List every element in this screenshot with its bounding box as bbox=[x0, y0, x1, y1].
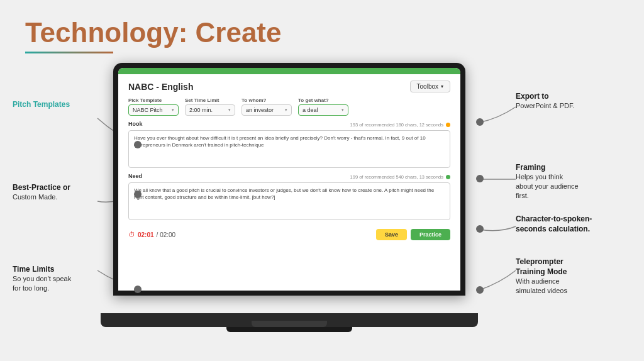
laptop: NABC - English Toolbox Pick Template NAB… bbox=[101, 63, 478, 327]
time-group: Set Time Limit 2:00 min. bbox=[185, 97, 235, 116]
annotation-time-limits: Time Limits So you don't speakfor too lo… bbox=[13, 264, 71, 293]
export-title: Export to bbox=[516, 91, 575, 101]
hook-label: Hook bbox=[128, 121, 143, 127]
dot-framing bbox=[476, 175, 484, 182]
annotation-export: Export to PowerPoint & PDF. bbox=[516, 91, 575, 111]
title-highlight: Create bbox=[196, 17, 282, 48]
best-practice-subtitle: Custom Made. bbox=[13, 193, 58, 201]
dot-best-practice bbox=[134, 191, 142, 198]
goal-label: To get what? bbox=[298, 97, 348, 103]
page-title: Technology: Create bbox=[25, 18, 281, 62]
audience-group: To whom? an investor bbox=[242, 97, 292, 116]
time-select[interactable]: 2:00 min. bbox=[185, 104, 235, 116]
annotation-char-calc: Character-to-spoken-seconds calculation. bbox=[516, 214, 592, 234]
need-meta-text: 199 of recommended 540 chars, 13 seconds bbox=[350, 174, 443, 180]
need-content: We all know that a good pitch is crucial… bbox=[134, 187, 434, 200]
export-subtitle: PowerPoint & PDF. bbox=[516, 102, 575, 109]
dot-char-calc bbox=[476, 225, 484, 233]
teleprompter-subtitle: With audiencesimulated videos bbox=[516, 277, 567, 294]
dot-export bbox=[476, 118, 484, 126]
need-status-dot bbox=[446, 175, 450, 179]
framing-subtitle: Helps you thinkabout your audiencefirst. bbox=[516, 173, 579, 199]
timer-total: / 02:00 bbox=[157, 231, 176, 238]
char-calc-title: Character-to-spoken-seconds calculation. bbox=[516, 214, 592, 234]
hook-status-dot bbox=[446, 123, 450, 127]
framing-title: Framing bbox=[516, 162, 579, 172]
laptop-screen-outer: NABC - English Toolbox Pick Template NAB… bbox=[113, 63, 465, 296]
need-label: Need bbox=[128, 173, 142, 179]
title-static: Technology: bbox=[25, 17, 196, 48]
practice-button[interactable]: Practice bbox=[411, 229, 450, 240]
need-textarea[interactable]: We all know that a good pitch is crucial… bbox=[128, 182, 450, 220]
time-limits-title: Time Limits bbox=[13, 264, 71, 274]
app-content: NABC - English Toolbox Pick Template NAB… bbox=[118, 74, 460, 291]
time-limits-subtitle: So you don't speakfor too long. bbox=[13, 275, 71, 292]
audience-label: To whom? bbox=[242, 97, 292, 103]
clock-icon: ⏱ bbox=[128, 231, 135, 238]
laptop-stand bbox=[226, 327, 352, 332]
laptop-screen-inner: NABC - English Toolbox Pick Template NAB… bbox=[118, 68, 460, 291]
best-practice-title: Best-Practice or bbox=[13, 182, 70, 192]
timer-display: ⏱ 02:01 / 02:00 bbox=[128, 231, 175, 238]
screen-header-bar bbox=[118, 68, 460, 74]
save-button[interactable]: Save bbox=[376, 229, 407, 240]
template-label: Pick Template bbox=[128, 97, 179, 103]
dot-pitch-templates bbox=[134, 141, 142, 148]
template-select[interactable]: NABC Pitch bbox=[128, 104, 179, 116]
hook-meta-row: Hook 193 of recommended 180 chars, 12 se… bbox=[128, 121, 450, 128]
teleprompter-title: TeleprompterTraining Mode bbox=[516, 257, 567, 277]
app-title-row: NABC - English Toolbox bbox=[128, 81, 450, 92]
need-section: Need 199 of recommended 540 chars, 13 se… bbox=[128, 173, 450, 220]
need-meta-row: Need 199 of recommended 540 chars, 13 se… bbox=[128, 173, 450, 181]
hook-meta-text: 193 of recommended 180 chars, 12 seconds bbox=[350, 122, 443, 128]
annotation-best-practice: Best-Practice or Custom Made. bbox=[13, 182, 70, 202]
annotation-framing: Framing Helps you thinkabout your audien… bbox=[516, 162, 579, 201]
timer-row: ⏱ 02:01 / 02:00 Save Practice bbox=[128, 225, 450, 242]
template-group: Pick Template NABC Pitch bbox=[128, 97, 179, 116]
goal-select[interactable]: a deal bbox=[298, 104, 348, 116]
annotation-pitch-templates: Pitch Templates bbox=[13, 99, 70, 109]
timer-current: 02:01 bbox=[138, 231, 154, 238]
laptop-notch bbox=[252, 321, 327, 327]
hook-section: Hook 193 of recommended 180 chars, 12 se… bbox=[128, 121, 450, 168]
title-underline bbox=[25, 52, 113, 53]
action-buttons: Save Practice bbox=[376, 229, 450, 240]
time-label: Set Time Limit bbox=[185, 97, 235, 103]
annotation-teleprompter: TeleprompterTraining Mode With audiences… bbox=[516, 257, 567, 296]
hook-textarea[interactable]: Have you ever thought about how difficul… bbox=[128, 130, 450, 168]
slide: Technology: Create NABC - English Toolbo… bbox=[0, 0, 644, 361]
hook-content: Have you ever thought about how difficul… bbox=[134, 135, 426, 148]
toolbox-button[interactable]: Toolbox bbox=[410, 81, 450, 92]
form-row: Pick Template NABC Pitch Set Time Limit … bbox=[128, 97, 450, 116]
goal-group: To get what? a deal bbox=[298, 97, 348, 116]
app-window-title: NABC - English bbox=[128, 82, 193, 92]
audience-select[interactable]: an investor bbox=[242, 104, 292, 116]
laptop-base bbox=[101, 313, 478, 327]
dot-teleprompter bbox=[476, 286, 484, 294]
dot-time-limits bbox=[134, 286, 142, 293]
